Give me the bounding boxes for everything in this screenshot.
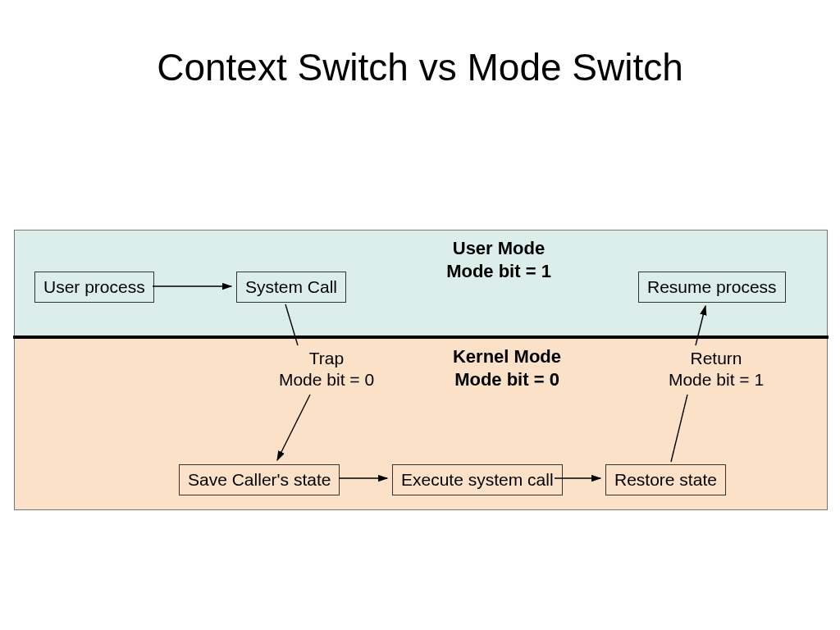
mode-divider: [13, 336, 829, 339]
label-trap-l2: Mode bit = 0: [261, 369, 392, 390]
label-return-l2: Mode bit = 1: [651, 369, 782, 390]
node-restore-state: Restore state: [605, 464, 726, 495]
user-mode-header-l1: User Mode: [409, 237, 589, 260]
node-execute-syscall: Execute system call: [392, 464, 563, 495]
label-trap-l1: Trap: [261, 348, 392, 369]
slide-title: Context Switch vs Mode Switch: [0, 45, 840, 89]
kernel-mode-header-l1: Kernel Mode: [417, 345, 597, 368]
node-save-state: Save Caller's state: [179, 464, 340, 495]
slide: Context Switch vs Mode Switch User Mode …: [0, 0, 840, 630]
node-system-call: System Call: [236, 272, 346, 303]
node-resume-process: Resume process: [638, 272, 786, 303]
node-user-process: User process: [34, 272, 154, 303]
label-return-l1: Return: [651, 348, 782, 369]
label-return: Return Mode bit = 1: [651, 348, 782, 391]
user-mode-header-l2: Mode bit = 1: [409, 260, 589, 283]
mode-switch-diagram: User Mode Mode bit = 1 Kernel Mode Mode …: [14, 230, 828, 510]
user-mode-header: User Mode Mode bit = 1: [409, 237, 589, 282]
kernel-mode-header-l2: Mode bit = 0: [417, 368, 597, 391]
kernel-mode-header: Kernel Mode Mode bit = 0: [417, 345, 597, 390]
label-trap: Trap Mode bit = 0: [261, 348, 392, 391]
